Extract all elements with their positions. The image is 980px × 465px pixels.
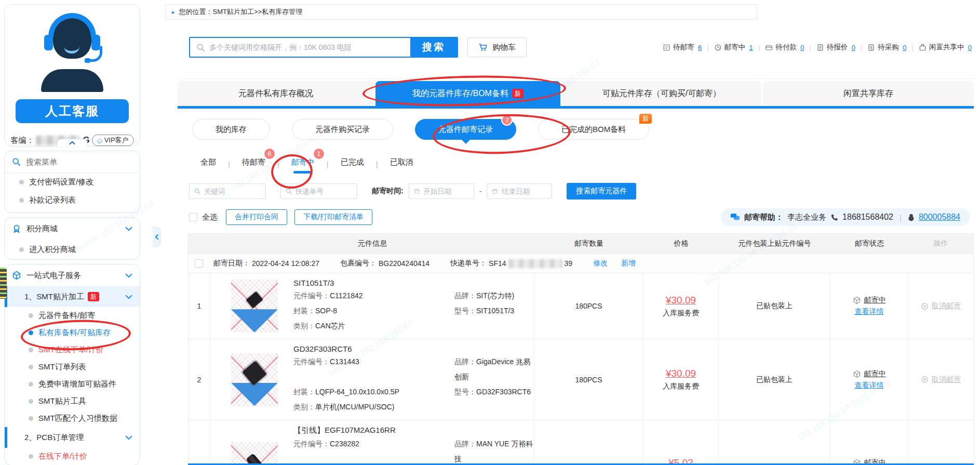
sidebar-item-enter-points-mall[interactable]: 进入积分商城 [5,240,140,259]
stat-mailing[interactable]: 邮寄中1 [714,43,753,52]
sidebar-section-points-mall[interactable]: 积分商城 [5,218,140,240]
row-seq: 2 [189,339,210,420]
end-date-field[interactable] [487,183,552,199]
component-title[interactable]: SIT1051T/3 [293,278,514,287]
shared-box-icon [919,44,927,51]
stat-count-link[interactable]: 0 [851,44,855,51]
sidebar-collapse-tab[interactable] [57,139,87,147]
add-link[interactable]: 新增 [621,259,636,268]
cube-service-icon [12,271,21,280]
keyword-field[interactable] [189,183,266,199]
component-image[interactable] [231,442,278,465]
new-badge: 新 [639,114,652,124]
stat-pending-quote[interactable]: 待报价0 [816,43,855,52]
sidebar-section-one-stop-services[interactable]: 一站式电子服务 [5,264,140,286]
sidebar-group-smt-processing[interactable]: 1、SMT贴片加工 新 [5,286,140,307]
cancel-mail-action[interactable]: 取消邮寄 [908,420,973,465]
chevron-down-icon[interactable] [125,295,132,299]
view-details-link[interactable]: 查看详情 [855,381,884,390]
part-number: C238282 [330,440,359,448]
cancel-mail-action[interactable]: 取消邮寄 [908,273,973,339]
sidebar-item-smt-online-order[interactable]: SMT在线下单/计价 [5,341,140,358]
view-details-link[interactable]: 查看详情 [855,307,884,316]
avatar-body [41,69,103,92]
sidebar-item-payment-password[interactable]: 支付密码设置/修改 [5,173,140,191]
chevron-down-icon[interactable] [125,435,132,440]
sidebar-group-pcb-orders[interactable]: 2、PCB订单管理 [5,427,140,448]
mail-status[interactable]: 邮寄中 [864,296,886,305]
sidebar-collapse-handle[interactable] [153,227,160,247]
menu-search[interactable] [5,151,140,173]
sidebar-item-private-stock[interactable]: 私有库备料/可贴库存 [5,324,140,341]
start-date-input[interactable] [423,188,468,195]
select-all-checkbox[interactable] [189,213,197,221]
tab-idle-shared-stock[interactable]: 闲置共享库存 [763,81,974,106]
filter-cancelled[interactable]: 已取消 [389,156,414,171]
subtab-my-stock[interactable]: 我的库存 [192,119,270,140]
new-badge: 新 [88,292,99,301]
component-image[interactable] [231,280,278,333]
bullet-dot [29,313,33,318]
sidebar-item-pcb-online-order[interactable]: 在线下单/计价 [5,448,140,465]
price[interactable]: ¥30.09 [666,368,696,379]
download-print-list-button[interactable]: 下载/打印邮寄清单 [294,209,372,225]
bullet-dot [29,382,33,387]
start-date-field[interactable] [409,183,474,199]
price[interactable]: ¥30.09 [666,295,696,306]
part-number: C131443 [330,357,359,366]
help-contact-name: 李志全业务 [787,212,826,222]
filter-completed[interactable]: 已完成 [340,156,365,171]
filter-pending-mail[interactable]: 待邮寄6 [241,156,266,171]
services-card: 一站式电子服务 1、SMT贴片加工 新 元器件备料/邮寄 私有库备料/可贴库存 … [4,264,140,465]
sidebar-item-smt-personal-data[interactable]: SMT匹配个人习惯数据 [5,410,140,427]
stat-pending-purchase[interactable]: 待采购0 [867,43,906,52]
search-button[interactable]: 搜索 [410,38,457,57]
mail-status[interactable]: 邮寄中 [864,369,886,379]
end-date-input[interactable] [502,188,547,195]
sidebar-item-free-apply-components[interactable]: 免费申请增加可贴器件 [5,376,140,393]
cart-button[interactable]: 购物车 [467,37,527,57]
tracking-field[interactable] [280,183,357,199]
stat-count-link[interactable]: 0 [800,44,804,51]
component-title[interactable]: GD32F303RCT6 [293,344,534,353]
vip-badge[interactable]: ◇VIP客户 [92,135,134,146]
component-search-input[interactable] [209,38,410,57]
search-mail-components-button[interactable]: 搜索邮寄元器件 [567,183,636,200]
stat-idle-shared[interactable]: 闲置共享中0 [919,43,972,52]
component-title[interactable]: 【引线】EGF107M2AG16RR [293,426,534,435]
merge-print-contract-button[interactable]: 合并打印合同 [226,209,287,225]
chevron-down-icon[interactable] [125,227,132,231]
subtab-purchase-records[interactable]: 元器件购买记录 [292,119,393,140]
tracking-input[interactable] [296,188,352,195]
sidebar-item-smt-tools[interactable]: SMT贴片工具 [5,393,140,410]
help-phone-number[interactable]: 18681568402 [842,212,893,222]
tab-mountable-stock[interactable]: 可贴元件库存（可购买/可邮寄） [562,81,761,106]
menu-search-input[interactable] [26,157,114,166]
sidebar-item-repayment-records[interactable]: 补款记录列表 [5,191,140,209]
feedback-widget-tab[interactable] [0,268,7,299]
row-seq: 1 [189,273,210,339]
tab-private-stock-overview[interactable]: 元器件私有库存概况 [178,81,374,106]
subtab-mail-records[interactable]: 元器件邮寄记录7 [415,119,516,140]
sidebar-item-component-prep-mail[interactable]: 元器件备料/邮寄 [5,307,140,324]
group-checkbox[interactable] [195,259,203,268]
stat-count-link[interactable]: 1 [749,44,753,51]
stat-count-link[interactable]: 0 [968,44,972,51]
sidebar-item-smt-order-list[interactable]: SMT订单列表 [5,358,140,376]
component-image[interactable] [231,353,278,406]
cancel-mail-action[interactable]: 取消邮寄 [908,339,973,420]
stat-pending-mail[interactable]: 待邮寄6 [663,43,702,52]
help-qq-link[interactable]: 800005884 [919,212,960,222]
subtab-completed-bom[interactable]: 已完成的BOM备料新 [538,119,649,140]
tab-my-stock-bom[interactable]: 我的元器件库存/BOM备料新 [375,81,560,106]
stat-count-link[interactable]: 0 [903,44,907,51]
filter-all[interactable]: 全部 [199,156,217,171]
edit-link[interactable]: 修改 [593,259,608,268]
chevron-down-icon[interactable] [125,273,132,278]
stat-pending-payment[interactable]: 待付款0 [765,43,804,52]
actions-row: 全选 合并打印合同 下载/打印邮寄清单 邮寄帮助： 李志全业务 18681568… [189,208,975,226]
live-support-button[interactable]: 人工客服 [16,99,129,123]
stat-count-link[interactable]: 6 [698,44,702,51]
filter-mailing[interactable]: 邮寄中1 [290,156,316,171]
keyword-input[interactable] [204,188,261,195]
